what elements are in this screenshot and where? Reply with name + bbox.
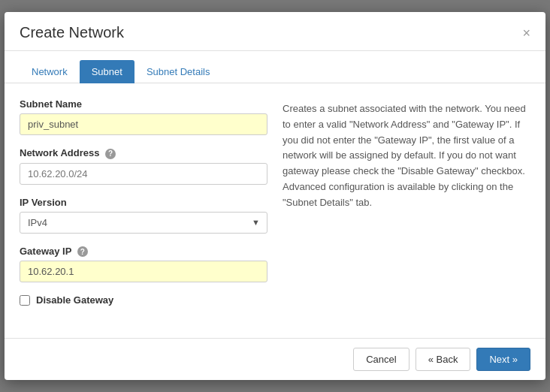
ip-version-label: IP Version (20, 197, 267, 208)
tab-subnet[interactable]: Subnet (80, 60, 134, 83)
gateway-ip-input[interactable] (20, 261, 267, 282)
modal-header: Create Network × (5, 12, 545, 51)
subnet-name-label: Subnet Name (20, 98, 267, 110)
disable-gateway-group: Disable Gateway (20, 294, 267, 306)
subnet-name-group: Subnet Name (20, 98, 267, 135)
close-button[interactable]: × (522, 26, 530, 40)
ip-version-select-wrapper: IPv4 IPv6 ▼ (20, 212, 267, 234)
next-button[interactable]: Next » (476, 348, 530, 371)
modal: Create Network × Network Subnet Subnet D… (5, 12, 545, 380)
info-section: Creates a subnet associated with the net… (283, 98, 530, 323)
disable-gateway-label[interactable]: Disable Gateway (36, 294, 113, 306)
subnet-name-input[interactable] (20, 113, 267, 135)
form-section: Subnet Name Network Address ? IP Version… (20, 98, 267, 323)
ip-version-select[interactable]: IPv4 IPv6 (20, 212, 267, 234)
back-button[interactable]: « Back (416, 348, 471, 371)
modal-title: Create Network (20, 24, 124, 41)
gateway-ip-help-icon[interactable]: ? (77, 246, 88, 257)
info-text: Creates a subnet associated with the net… (283, 101, 530, 211)
network-address-label: Network Address ? (20, 147, 267, 159)
network-address-group: Network Address ? (20, 147, 267, 185)
tab-network[interactable]: Network (20, 60, 80, 83)
disable-gateway-checkbox[interactable] (20, 295, 30, 306)
tab-subnet-details[interactable]: Subnet Details (134, 60, 222, 83)
ip-version-group: IP Version IPv4 IPv6 ▼ (20, 197, 267, 234)
network-address-help-icon[interactable]: ? (105, 149, 116, 159)
modal-overlay: Create Network × Network Subnet Subnet D… (0, 0, 550, 392)
cancel-button[interactable]: Cancel (353, 348, 409, 371)
modal-body: Subnet Name Network Address ? IP Version… (5, 83, 545, 338)
modal-footer: Cancel « Back Next » (5, 338, 545, 380)
gateway-ip-group: Gateway IP ? (20, 246, 267, 283)
network-address-input[interactable] (20, 163, 267, 185)
gateway-ip-label: Gateway IP ? (20, 246, 267, 258)
modal-tabs: Network Subnet Subnet Details (5, 51, 545, 83)
